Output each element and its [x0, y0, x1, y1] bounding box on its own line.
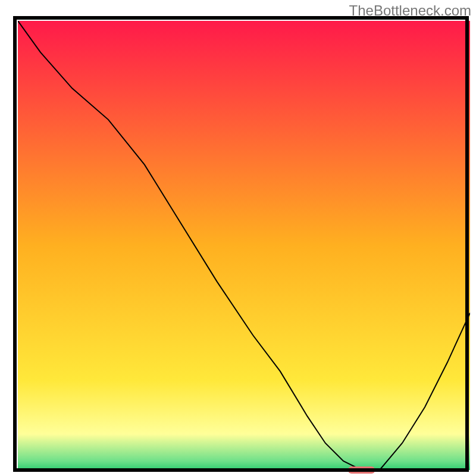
bottleneck-chart [0, 0, 476, 476]
attribution-text: TheBottleneck.com [349, 2, 471, 19]
plot-background [18, 21, 470, 470]
